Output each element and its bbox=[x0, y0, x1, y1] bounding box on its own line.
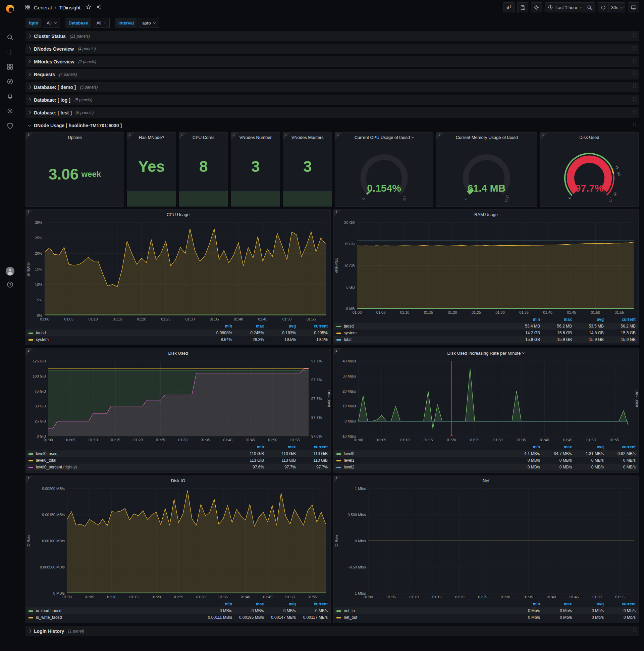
legend-column-avg[interactable]: avg bbox=[267, 601, 298, 608]
variable-picker-fqdn[interactable]: All bbox=[43, 18, 60, 28]
series-name-cell[interactable]: level2 bbox=[334, 464, 511, 470]
row-title[interactable]: DNode Usage [ huolinhe-TM1701:6030 ] bbox=[34, 123, 122, 128]
legend-column-min[interactable]: min bbox=[511, 601, 543, 608]
legend-column-max[interactable]: max bbox=[543, 444, 575, 450]
chart-plot-area[interactable]: 0 MB5 GB10 GB15 GB20 GB01:0001:0501:1001… bbox=[334, 219, 638, 315]
dashboards-icon[interactable] bbox=[6, 63, 14, 70]
series-label[interactable]: level2 bbox=[344, 465, 354, 469]
chart-plot-area[interactable]: 0%5%10%15%20%25%30%01:0001:0501:1001:150… bbox=[26, 219, 330, 322]
breadcrumb-page[interactable]: TDinsight bbox=[59, 5, 80, 10]
grafana-logo-icon[interactable] bbox=[4, 3, 16, 14]
server-admin-shield-icon[interactable] bbox=[6, 122, 14, 129]
legend-column-avg[interactable]: avg bbox=[267, 323, 298, 330]
mem-usage-gauge-svg[interactable]: 0158961.4 MB bbox=[437, 142, 537, 206]
row-drag-handle[interactable] bbox=[633, 84, 636, 91]
zoom-out-time-button[interactable] bbox=[584, 2, 595, 12]
chart-plot-area[interactable]: -1 Mb/s-0.50 Mb/s0 Mb/s0.500 Mb/s1 Mb/s0… bbox=[334, 485, 638, 600]
series-name-cell[interactable]: system bbox=[334, 330, 511, 336]
net-chart[interactable]: -1 Mb/s-0.50 Mb/s0 Mb/s0.500 Mb/s1 Mb/s0… bbox=[334, 485, 638, 600]
legend-row[interactable]: total15.9 GB15.9 GB15.9 GB15.9 GB bbox=[334, 336, 638, 343]
legend-row[interactable]: level0_total113 GiB113 GiB113 GiB bbox=[26, 457, 330, 464]
panel-title[interactable]: Current CPU Usage of taosd bbox=[335, 132, 433, 142]
dashboard-row[interactable]: Requests(4 panels) bbox=[26, 69, 639, 80]
add-panel-button[interactable] bbox=[503, 2, 515, 12]
row-dnode-usage[interactable]: DNode Usage [ huolinhe-TM1701:6030 ] bbox=[26, 120, 639, 130]
row-drag-handle[interactable] bbox=[633, 96, 636, 104]
legend-column-max[interactable]: max bbox=[235, 323, 267, 330]
panel-title[interactable]: Disk Used Increasing Rate per Minute bbox=[334, 348, 638, 358]
panel-info-icon[interactable] bbox=[231, 132, 238, 140]
series-label[interactable]: io_write_taosd bbox=[36, 615, 62, 620]
chart-plot-area[interactable]: 0 MB/s0.000500 MB/s0.00100 MB/s0.00150 M… bbox=[26, 485, 330, 600]
legend-column-max[interactable]: max bbox=[543, 316, 575, 323]
series-label[interactable]: level0_total bbox=[36, 458, 56, 463]
row-title[interactable]: DNodes Overview bbox=[34, 46, 74, 52]
row-title[interactable]: Login History bbox=[34, 628, 64, 634]
time-range-picker[interactable]: Last 1 hour bbox=[545, 2, 584, 12]
legend-column-min[interactable]: min bbox=[203, 601, 235, 608]
legend-column-current[interactable]: current bbox=[606, 444, 638, 450]
user-avatar[interactable] bbox=[6, 267, 14, 276]
legend-column-current[interactable]: current bbox=[606, 316, 638, 323]
legend-row[interactable]: level10 MB/s0 MB/s0 MB/s0 MB/s bbox=[334, 457, 638, 464]
dashboard-row[interactable]: Cluster Status(21 panels) bbox=[26, 31, 639, 41]
series-name-cell[interactable]: level0_percent (right-y) bbox=[26, 464, 235, 470]
legend-column-avg[interactable]: avg bbox=[575, 316, 606, 323]
dashboard-settings-button[interactable] bbox=[531, 2, 542, 12]
legend-column-current[interactable]: current bbox=[298, 601, 330, 608]
legend-row[interactable]: io_write_taosd0.00111 MB/s0.00195 MB/s0.… bbox=[26, 614, 330, 621]
series-name-cell[interactable]: taosd bbox=[26, 330, 203, 336]
series-label[interactable]: net_in bbox=[344, 609, 355, 613]
series-label[interactable]: taosd bbox=[36, 331, 45, 335]
variable-picker-database[interactable]: All bbox=[93, 18, 109, 28]
series-name-cell[interactable]: system bbox=[26, 336, 203, 343]
panel-title[interactable]: RAM Usage bbox=[334, 210, 638, 219]
legend-row[interactable]: system14.2 GB15.6 GB14.8 GB15.5 GB bbox=[334, 330, 638, 336]
cpu-usage-gauge-svg[interactable]: 01000.154% bbox=[335, 142, 433, 206]
panel-info-icon[interactable] bbox=[334, 348, 341, 356]
panel-title[interactable]: Uptime bbox=[26, 132, 124, 142]
panel-info-icon[interactable] bbox=[127, 132, 134, 140]
series-name-cell[interactable]: level1 bbox=[334, 457, 511, 464]
panel-info-icon[interactable] bbox=[26, 132, 33, 140]
panel-title[interactable]: Current Memory Usage of taosd bbox=[437, 132, 537, 142]
cycle-view-mode-button[interactable] bbox=[628, 2, 639, 12]
legend-row[interactable]: level0-4.1 MB/s34.7 MB/s1.31 MB/s-0.82 M… bbox=[334, 450, 638, 457]
alerting-bell-icon[interactable] bbox=[6, 93, 14, 100]
create-plus-icon[interactable] bbox=[6, 48, 14, 56]
disk_io-chart[interactable]: 0 MB/s0.000500 MB/s0.00100 MB/s0.00150 M… bbox=[26, 485, 330, 600]
row-title[interactable]: Requests bbox=[34, 72, 55, 77]
dashboard-row[interactable]: Database: [ log ](5 panels) bbox=[26, 95, 639, 105]
chart-plot-area[interactable]: 0 GiB25 GiB50 GiB75 GiB100 GiB125 GiB01:… bbox=[26, 358, 330, 443]
ram-chart[interactable]: 0 MB5 GB10 GB15 GB20 GB01:0001:0501:1001… bbox=[334, 219, 638, 315]
variable-label-fqdn[interactable]: fqdn bbox=[26, 18, 41, 28]
legend-row[interactable]: taosd53.4 MB56.2 MB53.5 MB56.2 MB bbox=[334, 323, 638, 330]
legend-column-min[interactable]: min bbox=[203, 323, 235, 330]
panel-info-icon[interactable] bbox=[437, 132, 444, 140]
panel-info-icon[interactable] bbox=[334, 476, 341, 483]
series-label[interactable]: level1 bbox=[344, 458, 354, 463]
series-name-cell[interactable]: total bbox=[334, 336, 511, 343]
disk-used-gauge-svg[interactable]: 758095100097.7% bbox=[540, 142, 638, 206]
panel-title[interactable]: CPU Usage bbox=[26, 210, 330, 219]
series-label[interactable]: level0_percent bbox=[36, 465, 62, 469]
breadcrumb-section[interactable]: General bbox=[34, 5, 52, 10]
variable-label-database[interactable]: Database bbox=[65, 18, 92, 28]
row-drag-handle[interactable] bbox=[633, 109, 636, 117]
panel-title[interactable]: Disk IO bbox=[26, 476, 330, 485]
dashboard-row[interactable]: Database: [ test ](5 panels) bbox=[26, 107, 639, 118]
legend-column-min[interactable]: min bbox=[235, 444, 267, 450]
panel-info-icon[interactable] bbox=[540, 132, 548, 140]
series-name-cell[interactable]: level0 bbox=[334, 450, 511, 457]
dashboard-row[interactable]: Login History(1 panel) bbox=[26, 626, 639, 636]
row-drag-handle[interactable] bbox=[633, 33, 636, 40]
dashboard-row[interactable]: DNodes Overview(4 panels) bbox=[26, 43, 639, 54]
row-drag-handle[interactable] bbox=[633, 58, 636, 65]
panel-title[interactable]: Disk Used bbox=[540, 132, 638, 142]
row-drag-handle[interactable] bbox=[633, 45, 636, 53]
row-drag-handle[interactable] bbox=[633, 71, 636, 78]
panel-info-icon[interactable] bbox=[179, 132, 187, 140]
legend-column-avg[interactable]: avg bbox=[575, 444, 606, 450]
series-label[interactable]: level0_used bbox=[36, 451, 57, 456]
star-icon[interactable] bbox=[86, 4, 92, 11]
